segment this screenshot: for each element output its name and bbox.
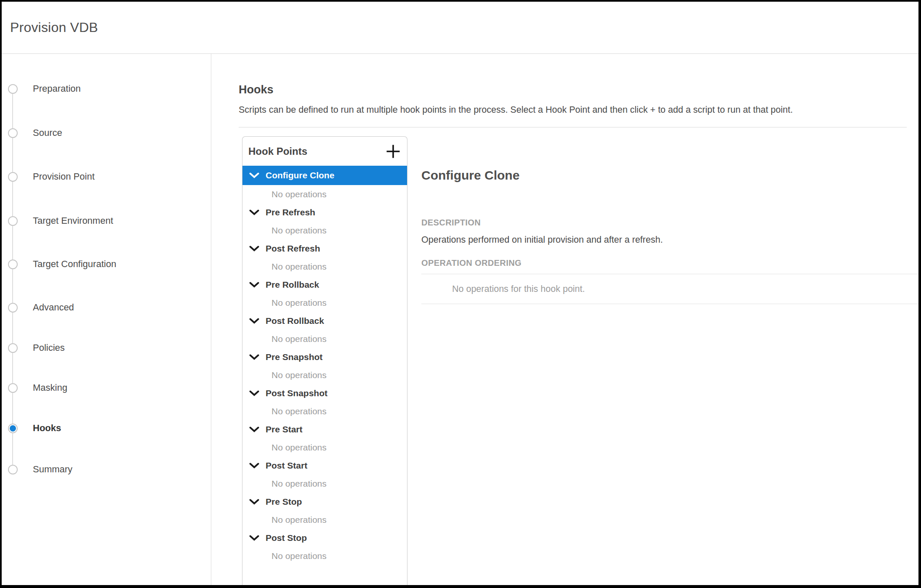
step-radio-icon <box>8 303 18 313</box>
main-panel: Hooks Scripts can be defined to run at m… <box>211 54 918 585</box>
add-hook-script-button[interactable] <box>386 144 400 159</box>
provision-vdb-dialog: Provision VDB PreparationSourceProvision… <box>0 0 921 588</box>
step-label: Target Configuration <box>33 259 116 270</box>
chevron-down-icon <box>249 282 259 288</box>
step-label: Summary <box>33 464 72 475</box>
hook-point-post-stop[interactable]: Post Stop <box>242 529 407 547</box>
chevron-down-icon <box>249 318 259 324</box>
hook-point-label: Configure Clone <box>266 170 334 180</box>
hook-point-label: Pre Snapshot <box>266 352 322 362</box>
sidebar-step-hooks[interactable]: Hooks <box>2 422 211 434</box>
operation-ordering-label: OPERATION ORDERING <box>421 258 918 268</box>
detail-title: Configure Clone <box>421 168 918 183</box>
step-label: Target Environment <box>33 215 113 226</box>
step-radio-icon <box>8 84 18 94</box>
step-radio-icon <box>8 383 18 393</box>
sidebar-step-masking[interactable]: Masking <box>2 382 211 394</box>
hook-point-detail: Configure Clone DESCRIPTION Operations p… <box>407 136 918 585</box>
no-operations-label: No operations <box>242 402 407 420</box>
dialog-header: Provision VDB <box>2 2 918 53</box>
sidebar-step-target-environment[interactable]: Target Environment <box>2 215 211 227</box>
no-operations-label: No operations <box>242 185 407 203</box>
hook-point-post-refresh[interactable]: Post Refresh <box>242 239 407 257</box>
plus-icon <box>386 144 400 159</box>
step-radio-icon <box>8 172 18 182</box>
empty-operations-row: No operations for this hook point. <box>421 274 918 304</box>
no-operations-label: No operations <box>242 474 407 493</box>
dialog-body: PreparationSourceProvision PointTarget E… <box>2 54 918 585</box>
no-operations-label: No operations <box>242 294 407 312</box>
hook-point-pre-snapshot[interactable]: Pre Snapshot <box>242 348 407 366</box>
hook-point-pre-start[interactable]: Pre Start <box>242 420 407 438</box>
hook-point-label: Post Rollback <box>266 316 324 326</box>
step-radio-icon <box>8 343 18 353</box>
hook-point-label: Post Refresh <box>266 244 320 254</box>
hook-point-pre-stop[interactable]: Pre Stop <box>242 493 407 511</box>
hook-point-label: Post Stop <box>266 533 307 543</box>
no-operations-label: No operations <box>242 366 407 384</box>
hook-point-pre-refresh[interactable]: Pre Refresh <box>242 203 407 221</box>
no-operations-label: No operations <box>242 547 407 565</box>
no-operations-label: No operations <box>242 511 407 529</box>
hook-point-configure-clone[interactable]: Configure Clone <box>242 166 407 185</box>
chevron-down-icon <box>249 426 259 432</box>
hook-point-post-snapshot[interactable]: Post Snapshot <box>242 384 407 402</box>
detail-description: Operations performed on initial provisio… <box>421 235 918 245</box>
step-radio-icon <box>8 465 18 474</box>
step-label: Masking <box>33 382 67 393</box>
hook-point-label: Pre Rollback <box>266 280 319 290</box>
chevron-down-icon <box>249 209 259 215</box>
step-label: Provision Point <box>33 171 95 182</box>
sidebar-step-target-configuration[interactable]: Target Configuration <box>2 258 211 270</box>
sidebar-step-advanced[interactable]: Advanced <box>2 302 211 313</box>
hooks-content: Hook Points Configure CloneNo operations… <box>242 136 918 585</box>
step-label: Advanced <box>33 302 74 313</box>
no-operations-label: No operations <box>242 330 407 348</box>
dialog-title: Provision VDB <box>10 20 98 35</box>
hook-points-header: Hook Points <box>242 137 407 166</box>
step-label: Policies <box>33 342 65 353</box>
stepper-connector <box>12 89 13 469</box>
hooks-section-header: Hooks Scripts can be defined to run at m… <box>239 54 907 127</box>
hook-point-post-rollback[interactable]: Post Rollback <box>242 312 407 330</box>
empty-operations-message: No operations for this hook point. <box>452 284 585 294</box>
wizard-sidebar: PreparationSourceProvision PointTarget E… <box>2 54 211 585</box>
hook-point-label: Pre Stop <box>266 497 302 507</box>
hook-points-title: Hook Points <box>248 146 386 157</box>
active-step-dot <box>10 425 16 432</box>
no-operations-label: No operations <box>242 221 407 239</box>
section-title: Hooks <box>239 83 907 96</box>
step-label: Preparation <box>33 83 81 94</box>
step-radio-icon <box>8 216 18 226</box>
chevron-down-icon <box>249 499 259 505</box>
sidebar-step-summary[interactable]: Summary <box>2 464 211 475</box>
description-label: DESCRIPTION <box>421 218 918 228</box>
step-label: Hooks <box>33 423 61 434</box>
sidebar-step-preparation[interactable]: Preparation <box>2 83 211 95</box>
chevron-down-icon <box>249 535 259 541</box>
section-divider <box>239 127 907 127</box>
chevron-down-icon <box>249 172 259 178</box>
sidebar-step-provision-point[interactable]: Provision Point <box>2 171 211 183</box>
chevron-down-icon <box>249 246 259 252</box>
hook-points-panel: Hook Points Configure CloneNo operations… <box>242 136 407 585</box>
hook-point-label: Post Snapshot <box>266 388 327 398</box>
hook-point-post-start[interactable]: Post Start <box>242 456 407 474</box>
sidebar-step-policies[interactable]: Policies <box>2 342 211 354</box>
step-radio-icon <box>8 128 18 138</box>
hook-points-list: Configure CloneNo operationsPre RefreshN… <box>242 166 407 565</box>
hook-point-label: Post Start <box>266 461 307 471</box>
chevron-down-icon <box>249 390 259 396</box>
no-operations-label: No operations <box>242 438 407 456</box>
hook-point-label: Pre Refresh <box>266 207 315 217</box>
hook-point-pre-rollback[interactable]: Pre Rollback <box>242 275 407 294</box>
sidebar-step-source[interactable]: Source <box>2 127 211 139</box>
stepper: PreparationSourceProvision PointTarget E… <box>2 54 211 585</box>
step-radio-icon <box>8 260 18 269</box>
hook-point-label: Pre Start <box>266 424 303 434</box>
step-label: Source <box>33 127 62 138</box>
no-operations-label: No operations <box>242 257 407 275</box>
section-description: Scripts can be defined to run at multipl… <box>239 105 907 115</box>
chevron-down-icon <box>249 463 259 469</box>
active-step-radio-icon <box>8 424 18 433</box>
